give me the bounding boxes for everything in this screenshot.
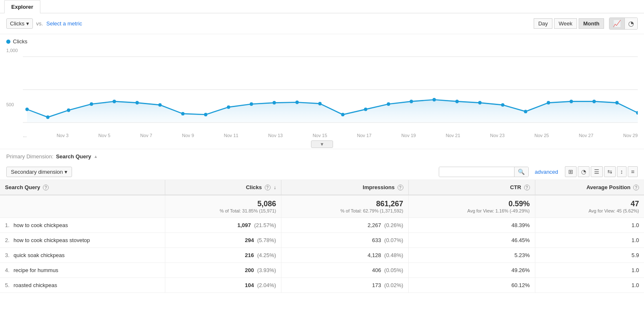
row-clicks-pct: (21.57%) <box>254 222 276 228</box>
data-point <box>615 101 619 104</box>
row-ctr-cell: 49.26% <box>408 263 535 278</box>
secondary-dim-label: Secondary dimension <box>11 169 63 175</box>
view-btn-pie[interactable]: ◔ <box>578 166 589 177</box>
chevron-down-icon: ▾ <box>65 169 67 175</box>
y-label-1000: 1,000 <box>6 48 23 53</box>
pie-chart-btn[interactable]: ◔ <box>625 18 637 29</box>
row-ctr-cell: 5.23% <box>408 248 535 263</box>
totals-avg-position-value: 47 <box>540 200 639 208</box>
data-point <box>364 108 367 111</box>
table-row: 1. how to cook chickpeas 1,097 (21.57%) … <box>0 218 644 233</box>
row-avg-position-cell: 1.0 <box>535 278 644 293</box>
row-query-link[interactable]: how to cook chickpeas stovetop <box>13 237 90 243</box>
chevron-down-icon: ▾ <box>26 20 29 27</box>
x-label: Nov 25 <box>535 133 549 138</box>
x-label: ... <box>23 133 27 138</box>
table-row: 3. quick soak chickpeas 216 (4.25%) 4,12… <box>0 248 644 263</box>
search-input[interactable] <box>439 167 514 177</box>
x-label: Nov 15 <box>313 133 327 138</box>
row-clicks-cell: 200 (3.93%) <box>165 263 281 278</box>
data-point <box>569 100 573 103</box>
col-header-impressions[interactable]: Impressions ? <box>281 180 408 195</box>
time-btn-week[interactable]: Week <box>554 18 577 29</box>
row-clicks-cell: 294 (5.78%) <box>165 233 281 248</box>
metric-dropdown[interactable]: Clicks ▾ <box>6 18 33 29</box>
row-impressions-pct: (0.02%) <box>384 282 403 288</box>
totals-ctr-cell: 0.59% Avg for View: 1.16% (-49.29%) <box>408 195 535 218</box>
col-header-ctr[interactable]: CTR ? <box>408 180 535 195</box>
data-point <box>524 110 527 113</box>
help-icon-impressions[interactable]: ? <box>398 185 403 190</box>
data-point <box>455 100 459 103</box>
time-btn-day[interactable]: Day <box>534 18 552 29</box>
x-label: Nov 7 <box>140 133 152 138</box>
line-chart-btn[interactable]: 📈 <box>609 18 625 29</box>
row-clicks-cell: 216 (4.25%) <box>165 248 281 263</box>
row-ctr-cell: 48.39% <box>408 218 535 233</box>
col-header-clicks[interactable]: Clicks ? ↓ <box>165 180 281 195</box>
row-query-cell: 3. quick soak chickpeas <box>0 248 165 263</box>
table-header-row: Search Query ? Clicks ? ↓ Impressions ? … <box>0 180 644 195</box>
help-icon-avg-position[interactable]: ? <box>633 185 639 190</box>
table-controls: Secondary dimension ▾ 🔍 advanced ⊞ ◔ ☰ ⇆… <box>0 164 644 180</box>
data-point <box>90 102 93 106</box>
row-number: 4. <box>5 267 10 273</box>
row-impressions-cell: 173 (0.02%) <box>281 278 408 293</box>
row-impressions-value: 406 <box>372 267 381 273</box>
row-query-link[interactable]: quick soak chickpeas <box>13 252 65 258</box>
help-icon-query[interactable]: ? <box>43 185 49 190</box>
row-ctr-cell: 46.45% <box>408 233 535 248</box>
data-point <box>204 113 207 116</box>
help-icon-ctr[interactable]: ? <box>524 185 530 190</box>
view-btn-pivot[interactable]: ⇆ <box>604 166 616 177</box>
row-query-link[interactable]: how to cook chickpeas <box>13 222 68 228</box>
totals-ctr-value: 0.59% <box>414 200 530 208</box>
col-label-clicks: Clicks <box>246 184 262 190</box>
row-query-cell: 4. recipe for hummus <box>0 263 165 278</box>
view-btn-detail[interactable]: ≡ <box>628 166 638 177</box>
row-clicks-cell: 104 (2.04%) <box>165 278 281 293</box>
totals-clicks-cell: 5,086 % of Total: 31.85% (15,971) <box>165 195 281 218</box>
chevron-up-icon: ▲ <box>94 154 98 159</box>
totals-ctr-sub: Avg for View: 1.16% (-49.29%) <box>414 208 530 213</box>
x-label: Nov 13 <box>268 133 283 138</box>
col-header-avg-position[interactable]: Average Position ? <box>535 180 644 195</box>
data-point <box>592 100 596 103</box>
row-impressions-pct: (0.05%) <box>384 267 403 273</box>
data-point <box>250 102 253 106</box>
row-impressions-value: 173 <box>372 282 381 288</box>
tab-explorer[interactable]: Explorer <box>4 0 40 13</box>
help-icon-clicks[interactable]: ? <box>265 185 271 190</box>
data-point <box>227 105 230 109</box>
col-label-avg-position: Average Position <box>587 184 631 190</box>
col-label-impressions: Impressions <box>363 184 395 190</box>
collapse-chart-btn[interactable]: ▼ <box>311 140 333 148</box>
row-clicks-pct: (5.78%) <box>257 237 276 243</box>
view-btn-list[interactable]: ☰ <box>591 166 603 177</box>
view-btn-compare[interactable]: ↕ <box>617 166 627 177</box>
row-impressions-cell: 406 (0.05%) <box>281 263 408 278</box>
secondary-dimension-dropdown[interactable]: Secondary dimension ▾ <box>6 167 72 177</box>
row-query-link[interactable]: recipe for hummus <box>13 267 58 273</box>
data-point <box>433 98 436 101</box>
row-query-link[interactable]: roasted chickpeas <box>13 282 57 288</box>
totals-clicks-value: 5,086 <box>170 200 276 208</box>
sort-arrow-clicks: ↓ <box>274 185 276 190</box>
search-button[interactable]: 🔍 <box>514 167 528 177</box>
row-ctr-cell: 60.12% <box>408 278 535 293</box>
data-table: Search Query ? Clicks ? ↓ Impressions ? … <box>0 180 644 293</box>
col-header-query[interactable]: Search Query ? <box>0 180 165 195</box>
view-button-group: ⊞ ◔ ☰ ⇆ ↕ ≡ <box>565 166 638 177</box>
time-btn-month[interactable]: Month <box>579 18 604 29</box>
advanced-link[interactable]: advanced <box>535 169 558 175</box>
row-number: 5. <box>5 282 10 288</box>
chart-legend: Clicks <box>6 38 638 45</box>
select-metric-link[interactable]: Select a metric <box>46 20 82 27</box>
totals-impressions-cell: 861,267 % of Total: 62.79% (1,371,592) <box>281 195 408 218</box>
row-clicks-value: 294 <box>245 237 254 243</box>
time-button-group: Day Week Month 📈 ◔ <box>534 18 638 30</box>
view-btn-grid[interactable]: ⊞ <box>565 166 577 177</box>
x-label: Nov 23 <box>490 133 505 138</box>
row-number: 1. <box>5 222 10 228</box>
row-clicks-pct: (4.25%) <box>257 252 276 258</box>
